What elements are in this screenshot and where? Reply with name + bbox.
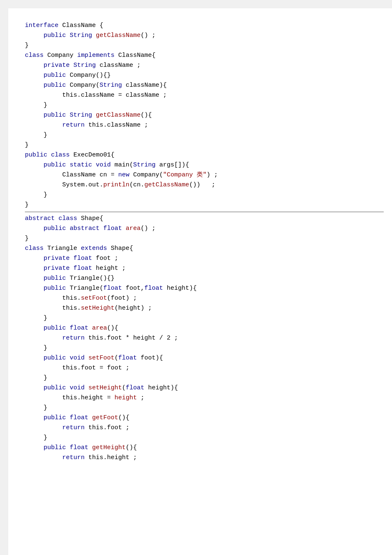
code-line: public float area(){: [25, 323, 384, 333]
code-token: ExecDemo01: [73, 152, 111, 159]
code-token: [25, 335, 62, 342]
code-token: void: [70, 384, 88, 391]
code-divider: [25, 212, 384, 212]
code-line: public Company(String className){: [25, 81, 384, 90]
code-token: public: [25, 152, 51, 159]
code-token: (: [100, 285, 103, 292]
code-token: [25, 122, 62, 129]
code-token: [25, 355, 44, 362]
code-line: private float height ;: [25, 264, 384, 274]
code-token: foot ;: [96, 255, 118, 262]
code-token: this: [62, 295, 77, 302]
code-token: foot){: [141, 355, 163, 362]
code-token: Company: [47, 52, 77, 59]
code-token: }: [25, 132, 47, 139]
code-token: static: [70, 161, 96, 169]
code-token: this: [62, 92, 77, 99]
code-token: System: [62, 181, 85, 188]
code-line: this.height = height ;: [25, 393, 384, 403]
code-token: height: [114, 394, 137, 401]
code-token: [25, 171, 62, 178]
code-token: new: [118, 171, 133, 178]
code-token: private: [44, 62, 73, 69]
code-token: [25, 62, 44, 69]
code-token: ClassName: [62, 171, 100, 178]
code-token: {: [100, 22, 103, 29]
code-line: }: [25, 190, 384, 200]
code-token: area: [126, 225, 141, 232]
code-token: public: [44, 161, 70, 169]
code-token: return: [62, 122, 88, 129]
code-token: [25, 72, 44, 79]
code-token: (cn.: [129, 181, 144, 188]
code-token: this: [62, 305, 77, 312]
code-token: }: [25, 434, 47, 441]
code-token: [25, 414, 44, 421]
code-token: Shape: [81, 215, 100, 222]
code-token: class: [25, 52, 47, 59]
code-token: setFoot: [81, 295, 107, 302]
code-token: () ;: [141, 32, 156, 39]
code-line: }: [25, 373, 384, 383]
code-token: (height) ;: [114, 305, 152, 312]
code-token: [25, 82, 44, 89]
code-token: .className = className ;: [77, 92, 167, 99]
code-token: }: [25, 315, 47, 322]
code-token: (: [159, 171, 163, 178]
code-token: extends: [81, 245, 111, 252]
code-token: public: [44, 325, 70, 332]
code-token: getClassName: [96, 112, 141, 119]
code-token: setHeight: [81, 305, 114, 312]
code-token: [25, 255, 44, 262]
code-token: [25, 161, 44, 169]
code-token: public: [44, 82, 70, 89]
code-token: float: [126, 384, 148, 391]
code-line: return this.className ;: [25, 120, 384, 130]
code-token: float: [70, 414, 92, 421]
code-token: return: [62, 424, 88, 431]
code-token: [25, 364, 62, 372]
code-token: (: [114, 355, 118, 362]
code-token: }: [25, 102, 47, 109]
code-line: }: [25, 100, 384, 110]
code-token: {: [111, 152, 114, 159]
code-token: cn =: [100, 171, 118, 178]
code-token: getClassName: [144, 181, 189, 188]
code-token: {: [129, 245, 133, 252]
code-token: setFoot: [88, 355, 114, 362]
code-token: Company: [70, 82, 96, 89]
code-line: this.setHeight(height) ;: [25, 303, 384, 313]
code-line: public static void main(String args[]){: [25, 160, 384, 170]
code-token: println: [103, 181, 129, 188]
code-token: className ;: [100, 62, 141, 69]
code-token: getClassName: [96, 32, 141, 39]
code-line: private String className ;: [25, 61, 384, 71]
code-token: String: [73, 62, 100, 69]
code-line: public float getFoot(){: [25, 413, 384, 423]
code-token: main: [114, 161, 129, 169]
code-line: class Company implements ClassName{: [25, 51, 384, 61]
code-line: ClassName cn = new Company("Company 类") …: [25, 170, 384, 180]
code-token: String: [70, 32, 96, 39]
code-token: (: [129, 161, 133, 169]
code-token: }: [25, 191, 47, 198]
code-line: public Triangle(){}: [25, 274, 384, 284]
code-line: System.out.println(cn.getClassName()) ;: [25, 180, 384, 190]
code-token: [25, 225, 44, 232]
code-line: class Triangle extends Shape{: [25, 244, 384, 254]
code-token: float: [144, 285, 167, 292]
code-line: return this.foot ;: [25, 423, 384, 433]
code-token: ){: [159, 82, 167, 89]
code-token: [25, 275, 44, 282]
code-line: this.setFoot(foot) ;: [25, 293, 384, 303]
code-token: / 2 ;: [156, 335, 178, 342]
code-token: [25, 265, 44, 272]
code-token: public: [44, 72, 70, 79]
code-token: (){: [141, 112, 152, 119]
code-token: .out.: [85, 181, 103, 188]
code-token: height: [167, 285, 189, 292]
code-token: float: [73, 265, 96, 272]
code-token: [25, 394, 62, 401]
code-line: }: [25, 41, 384, 51]
code-token: float: [70, 325, 92, 332]
